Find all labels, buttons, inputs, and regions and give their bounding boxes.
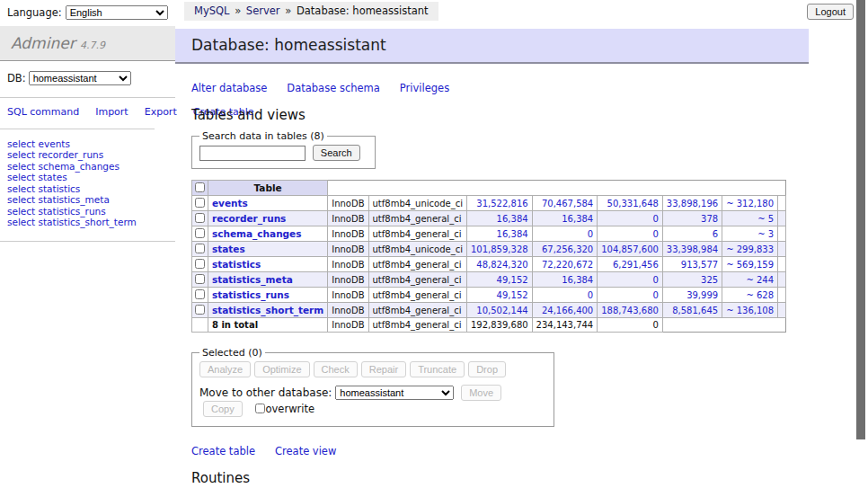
bulk-action-button[interactable]: Drop [468, 361, 506, 377]
move-db-select[interactable]: homeassistant [335, 386, 454, 400]
data-length-link[interactable]: 49,152 [497, 275, 528, 285]
language-select[interactable]: English [66, 5, 168, 20]
nav-link[interactable]: Privileges [400, 82, 449, 94]
sidebar-table-link[interactable]: select states [7, 172, 67, 182]
data-free-link[interactable]: 0 [652, 229, 658, 239]
auto-increment-link[interactable]: 325 [701, 275, 718, 285]
auto-increment-link[interactable]: 378 [701, 214, 718, 224]
index-length-link[interactable]: 67,256,320 [542, 244, 593, 254]
bulk-action-button[interactable]: Analyze [199, 361, 251, 377]
auto-increment-link[interactable]: 39,999 [686, 290, 718, 300]
table-name-link[interactable]: statistics_short_term [212, 305, 323, 315]
rows-count-link[interactable]: ~ 3 [757, 229, 774, 239]
row-checkbox[interactable] [195, 289, 205, 299]
row-checkbox[interactable] [195, 198, 205, 208]
nav-link[interactable]: Create table [191, 445, 255, 457]
index-length-link[interactable]: 0 [588, 229, 593, 239]
row-checkbox[interactable] [195, 274, 205, 284]
rows-cell: ~ 244 [722, 272, 778, 288]
sidebar-table-link[interactable]: select statistics_meta [7, 194, 110, 205]
sidebar-table-link[interactable]: select statistics_runs [7, 206, 106, 217]
sidebar-table-link[interactable]: select events [7, 138, 70, 149]
data-free-link[interactable]: 104,857,600 [601, 244, 659, 254]
index-length-link[interactable]: 16,384 [562, 214, 593, 224]
select-all-checkbox[interactable] [195, 182, 205, 192]
rows-count-link[interactable]: ~ 569,159 [726, 260, 774, 270]
sidebar-action-link[interactable]: Export [145, 106, 177, 118]
auto-increment-cell: 378 [662, 211, 722, 226]
rows-count-link[interactable]: ~ 312,180 [726, 199, 774, 209]
data-free-link[interactable]: 0 [652, 214, 658, 224]
overwrite-checkbox[interactable] [255, 404, 265, 413]
row-checkbox[interactable] [195, 305, 205, 315]
auto-increment-link[interactable]: 8,581,645 [672, 306, 718, 315]
data-length-link[interactable]: 31,522,816 [476, 199, 527, 209]
rows-count-link[interactable]: ~ 244 [746, 275, 774, 285]
logout-button[interactable]: Logout [807, 4, 854, 20]
data-length-link[interactable]: 48,824,320 [476, 260, 527, 270]
rows-count-link[interactable]: ~ 136,108 [726, 306, 774, 315]
language-label: Language: [7, 6, 62, 19]
data-length-link[interactable]: 10,502,144 [476, 306, 527, 315]
app-name: Adminer [11, 34, 75, 52]
bulk-action-button[interactable]: Truncate [410, 361, 465, 377]
table-name-link[interactable]: statistics_runs [212, 289, 289, 300]
rows-count-link[interactable]: ~ 628 [746, 290, 774, 300]
table-name-link[interactable]: statistics [212, 259, 261, 270]
row-checkbox[interactable] [195, 244, 205, 253]
data-free-link[interactable]: 0 [652, 275, 658, 285]
rows-count-link[interactable]: ~ 299,833 [726, 244, 774, 254]
sidebar-action-link[interactable]: SQL command [7, 106, 79, 118]
data-free-link[interactable]: 6,291,456 [613, 260, 659, 270]
nav-link[interactable]: Create view [275, 445, 336, 457]
auto-increment-link[interactable]: 33,898,196 [667, 199, 718, 209]
data-length-cell: 16,384 [466, 226, 532, 242]
index-length-link[interactable]: 16,384 [562, 275, 593, 285]
breadcrumb-mysql-link[interactable]: MySQL [194, 4, 230, 17]
search-button[interactable]: Search [313, 145, 360, 161]
data-free-link[interactable]: 188,743,680 [601, 306, 659, 315]
auto-increment-link[interactable]: 6 [713, 229, 718, 239]
nav-link[interactable]: Alter database [191, 82, 267, 94]
nav-link[interactable]: Database schema [287, 82, 379, 94]
sidebar-table-link[interactable]: select statistics_short_term [7, 217, 137, 227]
sidebar-table-link[interactable]: select statistics [7, 183, 80, 194]
index-length-link[interactable]: 24,166,400 [542, 306, 593, 315]
index-length-link[interactable]: 72,220,672 [542, 260, 593, 270]
data-length-link[interactable]: 101,859,328 [471, 244, 528, 254]
row-checkbox-cell [192, 226, 208, 242]
data-free-link[interactable]: 50,331,648 [607, 199, 659, 209]
rows-count-link[interactable]: ~ 5 [757, 214, 774, 224]
breadcrumb-server-link[interactable]: Server [246, 4, 280, 17]
table-name-link[interactable]: recorder_runs [212, 213, 286, 224]
auto-increment-link[interactable]: 913,577 [681, 260, 718, 270]
row-checkbox[interactable] [195, 259, 205, 269]
db-select[interactable]: homeassistant [29, 71, 131, 85]
data-free-link[interactable]: 0 [652, 290, 658, 300]
row-checkbox[interactable] [195, 213, 205, 223]
data-length-link[interactable]: 49,152 [497, 290, 528, 300]
rows-cell: ~ 136,108 [722, 303, 778, 318]
row-checkbox[interactable] [195, 228, 205, 238]
bulk-action-button[interactable]: Repair [361, 361, 406, 377]
data-length-link[interactable]: 16,384 [497, 214, 528, 224]
table-name-link[interactable]: schema_changes [212, 228, 302, 239]
scrollbar[interactable] [855, 0, 868, 488]
search-input[interactable] [199, 146, 306, 161]
move-button[interactable]: Move [461, 385, 501, 401]
bulk-action-button[interactable]: Check [314, 361, 358, 377]
data-length-link[interactable]: 16,384 [497, 229, 528, 239]
index-length-link[interactable]: 0 [588, 290, 593, 300]
data-free-cell: 0 [598, 226, 663, 242]
table-name-link[interactable]: events [212, 198, 248, 209]
sidebar-action-link[interactable]: Import [95, 106, 128, 118]
auto-increment-link[interactable]: 33,398,984 [667, 244, 718, 254]
sidebar-table-link[interactable]: select recorder_runs [7, 149, 103, 160]
table-name-link[interactable]: statistics_meta [212, 274, 293, 285]
bulk-action-button[interactable]: Optimize [254, 361, 309, 377]
copy-button[interactable]: Copy [203, 401, 243, 417]
index-length-link[interactable]: 70,467,584 [542, 199, 593, 209]
sidebar-table-link[interactable]: select schema_changes [7, 161, 120, 172]
scrollbar-thumb[interactable] [856, 0, 865, 439]
table-name-link[interactable]: states [212, 244, 245, 254]
